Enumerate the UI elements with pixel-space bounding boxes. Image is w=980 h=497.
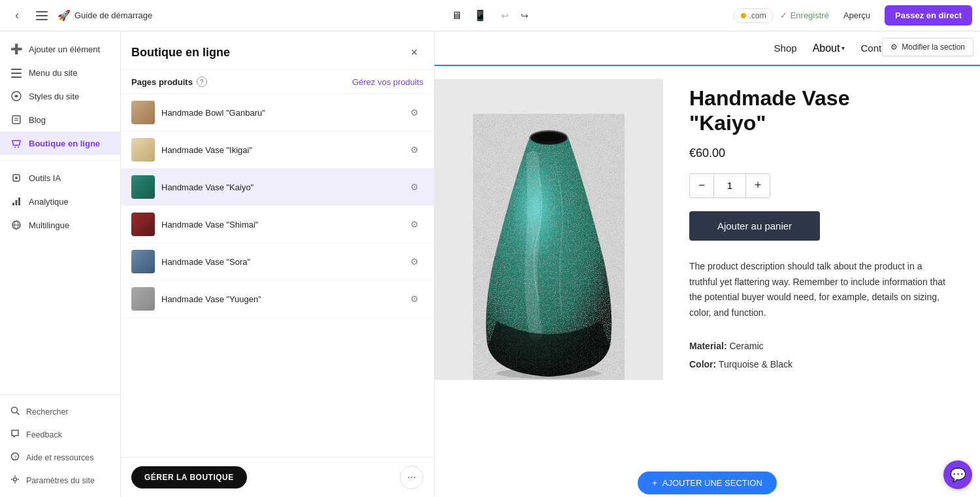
nav-about-label: About xyxy=(813,43,840,54)
nav-shop[interactable]: Shop xyxy=(774,43,797,54)
product-item-vase-kaiyo[interactable]: Handmade Vase "Kaiyo" ⚙ xyxy=(121,169,434,206)
sidebar-item-feedback[interactable]: Feedback xyxy=(0,423,120,446)
svg-rect-14 xyxy=(12,203,14,205)
feedback-icon xyxy=(10,429,20,440)
add-to-cart-button[interactable]: Ajouter au panier xyxy=(689,211,820,241)
product-image xyxy=(434,79,663,380)
product-item-bowl-ganbaru[interactable]: Handmade Bowl "Ganbaru" ⚙ xyxy=(121,94,434,131)
redo-button[interactable]: ↪ xyxy=(515,7,534,25)
sidebar-item-rechercher[interactable]: Rechercher xyxy=(0,400,120,423)
product-price: €60.00 xyxy=(689,146,954,160)
svg-rect-2 xyxy=(36,19,48,20)
sidebar-item-outils-ia[interactable]: Outils IA xyxy=(0,166,120,190)
product-gear-bowl[interactable]: ⚙ xyxy=(405,103,423,122)
sidebar-item-boutique[interactable]: Boutique en ligne xyxy=(0,131,120,155)
menu-icon xyxy=(10,69,22,78)
panel-toggle-button[interactable] xyxy=(31,5,52,26)
manage-products-link[interactable]: Gérez vos produits xyxy=(352,77,423,87)
apercu-button[interactable]: Aperçu xyxy=(836,7,878,24)
product-gear-ikigai[interactable]: ⚙ xyxy=(405,141,423,159)
sidebar-item-label-styles: Styles du site xyxy=(29,92,79,101)
sidebar-item-label-blog: Blog xyxy=(29,115,46,125)
product-gear-shimai[interactable]: ⚙ xyxy=(405,215,423,233)
manage-store-button[interactable]: GÉRER LA BOUTIQUE xyxy=(131,466,247,488)
product-name-bowl: Handmade Bowl "Ganbaru" xyxy=(161,108,399,118)
svg-rect-0 xyxy=(36,11,48,12)
styles-icon xyxy=(10,91,22,101)
pages-produits-label: Pages produits xyxy=(131,77,193,87)
svg-text:?: ? xyxy=(14,454,17,460)
product-item-vase-shimai[interactable]: Handmade Vase "Shimai" ⚙ xyxy=(121,206,434,243)
back-button[interactable]: ‹ xyxy=(8,7,26,25)
sidebar-item-label-menu: Menu du site xyxy=(29,68,77,78)
quantity-control: − 1 + xyxy=(689,173,954,198)
saved-status: ✓ Enregistré xyxy=(780,10,829,20)
nav-about-dropdown[interactable]: About ▾ xyxy=(813,43,845,54)
domain-status-dot xyxy=(741,13,746,18)
sidebar-item-multilingue[interactable]: Multilingue xyxy=(0,213,120,237)
sidebar-nav: ➕ Ajouter un élément Menu du site Styles… xyxy=(0,31,120,394)
preview-area: Shop About ▾ Contact 🛒 Cart (0) ⚙ Modifi… xyxy=(434,31,980,497)
chevron-down-icon: ▾ xyxy=(841,44,845,52)
panel-footer: GÉRER LA BOUTIQUE ··· xyxy=(121,457,434,497)
svg-line-21 xyxy=(17,413,20,415)
product-gear-kaiyo[interactable]: ⚙ xyxy=(405,178,423,196)
product-item-vase-sora[interactable]: Handmade Vase "Sora" ⚙ xyxy=(121,243,434,281)
sidebar-item-blog[interactable]: Blog xyxy=(0,108,120,131)
add-element-icon: ➕ xyxy=(10,43,22,55)
sidebar-item-menu-du-site[interactable]: Menu du site xyxy=(0,61,120,84)
panel-sub-header: Pages produits ? Gérez vos produits xyxy=(121,70,434,94)
desktop-button[interactable]: 🖥 xyxy=(446,5,467,26)
sidebar-item-add-element[interactable]: ➕ Ajouter un élément xyxy=(0,37,120,61)
outils-ia-icon xyxy=(10,173,22,183)
preview-frame: Shop About ▾ Contact 🛒 Cart (0) ⚙ Modifi… xyxy=(434,31,980,497)
rocket-icon: 🚀 xyxy=(57,9,71,22)
undo-button[interactable]: ↩ xyxy=(496,7,514,25)
sidebar-item-label-feedback: Feedback xyxy=(26,430,62,439)
panel-close-button[interactable]: × xyxy=(405,43,423,61)
product-thumb-bowl xyxy=(131,101,155,124)
product-thumb-kaiyo xyxy=(131,175,155,199)
product-gear-yuugen[interactable]: ⚙ xyxy=(405,290,423,308)
panel: Boutique en ligne × Pages produits ? Gér… xyxy=(121,31,434,497)
top-bar-left: ‹ 🚀 Guide de démarrage xyxy=(8,5,438,26)
main-layout: ➕ Ajouter un élément Menu du site Styles… xyxy=(0,31,980,497)
modify-section-button[interactable]: ⚙ Modifier la section xyxy=(882,38,973,56)
mobile-button[interactable]: 📱 xyxy=(470,5,491,26)
quantity-decrease-button[interactable]: − xyxy=(689,173,714,198)
sidebar-item-analytique[interactable]: Analytique xyxy=(0,190,120,213)
svg-point-10 xyxy=(14,146,16,148)
product-list: Handmade Bowl "Ganbaru" ⚙ Handmade Vase … xyxy=(121,94,434,457)
add-section-button[interactable]: + AJOUTER UNE SECTION xyxy=(638,471,777,494)
gear-icon: ⚙ xyxy=(890,43,898,52)
panel-header: Boutique en ligne × xyxy=(121,31,434,70)
top-bar: ‹ 🚀 Guide de démarrage 🖥 📱 ↩ ↪ .com ✓ En… xyxy=(0,0,980,31)
sidebar-item-parametres[interactable]: Paramètres du site xyxy=(0,469,120,492)
chat-bubble-button[interactable]: 💬 xyxy=(943,460,972,489)
svg-point-11 xyxy=(18,146,19,148)
product-thumb-shimai xyxy=(131,213,155,236)
svg-rect-4 xyxy=(11,73,22,74)
sidebar-item-aide[interactable]: ? Aide et ressources xyxy=(0,446,120,469)
color-label: Color: xyxy=(689,359,716,369)
svg-rect-3 xyxy=(11,69,22,70)
sidebar-item-styles[interactable]: Styles du site xyxy=(0,84,120,108)
svg-point-28 xyxy=(536,133,562,142)
panel-sub-label: Pages produits ? xyxy=(131,77,207,87)
domain-text: .com xyxy=(749,11,766,20)
help-icon[interactable]: ? xyxy=(197,77,207,87)
color-info: Color: Turquoise & Black xyxy=(689,355,954,373)
product-item-vase-ikigai[interactable]: Handmade Vase "Ikigai" ⚙ xyxy=(121,131,434,169)
passez-button[interactable]: Passez en direct xyxy=(885,5,972,26)
product-meta: Material: Ceramic Color: Turquoise & Bla… xyxy=(689,337,954,373)
more-options-button[interactable]: ··· xyxy=(400,466,423,489)
product-gear-sora[interactable]: ⚙ xyxy=(405,252,423,271)
sidebar-item-label-rechercher: Rechercher xyxy=(26,407,69,417)
quantity-increase-button[interactable]: + xyxy=(745,173,770,198)
analytique-icon xyxy=(10,196,22,207)
top-bar-right: .com ✓ Enregistré Aperçu Passez en direc… xyxy=(542,5,972,26)
product-item-vase-yuugen[interactable]: Handmade Vase "Yuugen" ⚙ xyxy=(121,281,434,318)
product-image-container xyxy=(434,79,663,380)
rechercher-icon xyxy=(10,406,20,417)
guide-button[interactable]: 🚀 Guide de démarrage xyxy=(57,9,152,22)
